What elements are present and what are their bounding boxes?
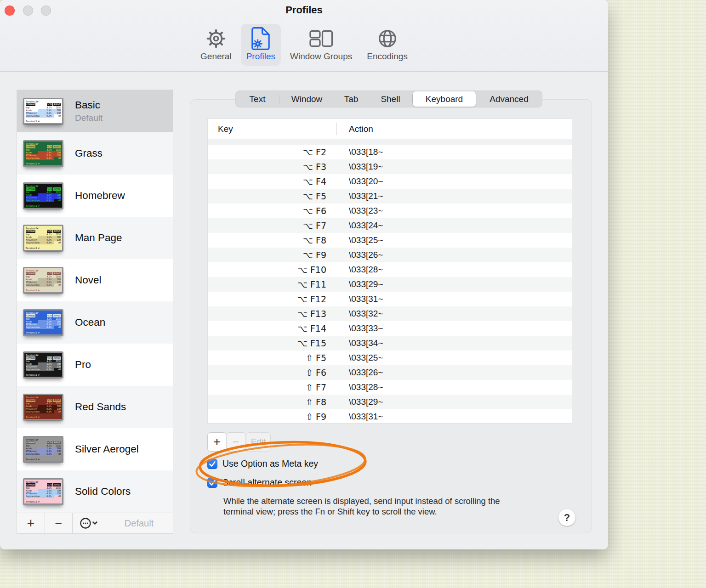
option-meta-checkbox-row: Use Option as Meta key — [207, 458, 318, 469]
table-row[interactable]: ⌥ F6\033[23~ — [208, 204, 572, 218]
key-column-header: Key — [208, 124, 336, 134]
key-cell: ⌥ F3 — [208, 162, 336, 172]
profile-thumbnail: Terminal1#COMMAND%CPURPRVTtop4.1%231KXco… — [23, 98, 63, 124]
sidebar-item-ocean[interactable]: Terminal1#COMMAND%CPURPRVTtop4.1%231KXco… — [17, 301, 173, 344]
toolbar-item-encodings[interactable]: Encodings — [361, 24, 413, 66]
table-row[interactable]: ⌥ F13\033[32~ — [208, 306, 572, 321]
action-cell: \033[26~ — [336, 250, 383, 260]
desktop-background: { "window": { "title": "Profiles" }, "to… — [0, 0, 706, 588]
toolbar-item-window-groups[interactable]: Window Groups — [285, 24, 358, 66]
action-cell: \033[32~ — [336, 309, 383, 319]
sidebar-item-red-sands[interactable]: Terminal1#COMMAND%CPURPRVTtop4.1%231KXco… — [17, 386, 173, 428]
partial-row — [208, 139, 572, 145]
tab-advanced[interactable]: Advanced — [476, 90, 542, 107]
table-row[interactable]: ⇧ F7\033[28~ — [208, 380, 572, 395]
action-cell: \033[26~ — [336, 368, 383, 378]
window-groups-icon — [309, 26, 334, 51]
profile-name: Solid Colors — [75, 486, 131, 498]
action-cell: \033[28~ — [336, 382, 383, 392]
table-row[interactable]: ⌥ F2\033[18~ — [208, 145, 572, 159]
table-row[interactable]: ⌥ F11\033[29~ — [208, 277, 572, 292]
chevron-down-icon — [93, 522, 97, 524]
key-table: Key Action ⌥ F2\033[18~⌥ F3\033[19~⌥ F4\… — [207, 119, 572, 424]
table-row[interactable]: ⌥ F5\033[21~ — [208, 189, 572, 204]
toolbar-label-general: General — [200, 51, 232, 62]
table-row[interactable]: ⌥ F8\033[25~ — [208, 233, 572, 248]
table-row[interactable]: ⌥ F7\033[24~ — [208, 218, 572, 233]
profile-thumbnail: Terminal1#COMMAND%CPURPRVTtop4.1%231KXco… — [23, 394, 63, 420]
remove-profile-button[interactable]: − — [45, 513, 73, 533]
table-row[interactable]: ⌥ F14\033[33~ — [208, 321, 572, 336]
preferences-window: Profiles General — [0, 0, 608, 549]
action-cell: \033[23~ — [336, 206, 383, 216]
table-row[interactable]: ⌥ F3\033[19~ — [208, 159, 572, 174]
key-cell: ⌥ F5 — [208, 191, 336, 201]
checkbox-check-icon — [209, 480, 216, 486]
toolbar-item-profiles[interactable]: Profiles — [241, 24, 281, 66]
option-meta-checkbox[interactable] — [207, 459, 217, 469]
action-cell: \033[19~ — [336, 162, 383, 172]
more-options-button[interactable] — [73, 513, 105, 533]
profile-thumbnail: Terminal1#COMMAND%CPURPRVTtop4.1%231KXco… — [23, 225, 63, 251]
ellipsis-circle-icon — [79, 517, 98, 530]
action-cell: \033[29~ — [336, 279, 383, 289]
tab-keyboard[interactable]: Keyboard — [413, 91, 476, 107]
key-cell: ⌥ F10 — [208, 265, 336, 275]
key-cell: ⇧ F5 — [208, 353, 336, 363]
profile-thumbnail: Terminal1#COMMAND%CPURPRVTtop4.1%231KXco… — [23, 267, 63, 294]
scroll-alternate-checkbox-row: Scroll alternate screen — [207, 477, 312, 488]
profile-name: Grass — [75, 147, 102, 159]
sidebar-item-basic[interactable]: Terminal1#COMMAND%CPURPRVTtop4.1%231KXco… — [17, 90, 173, 132]
key-cell: ⌥ F11 — [208, 279, 336, 289]
table-row[interactable]: ⇧ F9\033[31~ — [208, 409, 572, 424]
toolbar-items: General — [0, 24, 608, 66]
checkbox-check-icon — [209, 461, 216, 467]
key-cell: ⇧ F7 — [208, 382, 336, 392]
key-cell: ⇧ F6 — [208, 368, 336, 378]
tab-window[interactable]: Window — [279, 90, 334, 107]
table-row[interactable]: ⌥ F4\033[20~ — [208, 174, 572, 189]
profile-name: Silver Aerogel — [75, 443, 139, 455]
toolbar: Profiles General — [0, 0, 608, 72]
add-profile-button[interactable]: + — [17, 513, 45, 533]
profile-name: Red Sands — [75, 401, 126, 413]
scroll-alternate-checkbox[interactable] — [207, 478, 217, 488]
tab-shell[interactable]: Shell — [368, 90, 413, 107]
tab-tab[interactable]: Tab — [334, 90, 368, 107]
table-row[interactable]: ⇧ F8\033[29~ — [208, 395, 572, 409]
action-cell: \033[33~ — [336, 323, 383, 334]
sidebar-item-pro[interactable]: Terminal1#COMMAND%CPURPRVTtop4.1%231KXco… — [17, 344, 173, 386]
add-key-button[interactable]: + — [207, 432, 227, 452]
toolbar-label-profiles: Profiles — [246, 51, 275, 62]
toolbar-label-encodings: Encodings — [367, 51, 408, 62]
sidebar-item-grass[interactable]: Terminal1#COMMAND%CPURPRVTtop4.1%231KXco… — [17, 132, 173, 175]
sidebar-item-homebrew[interactable]: Terminal1#COMMAND%CPURPRVTtop4.1%231KXco… — [17, 175, 173, 217]
table-row[interactable]: ⇧ F6\033[26~ — [208, 365, 572, 380]
action-cell: \033[24~ — [336, 220, 383, 231]
profile-name: Homebrew — [75, 190, 125, 202]
toolbar-item-general[interactable]: General — [195, 24, 237, 66]
table-row[interactable]: ⌥ F12\033[31~ — [208, 292, 572, 306]
key-cell: ⌥ F15 — [208, 338, 336, 348]
help-button[interactable]: ? — [558, 509, 575, 526]
column-divider — [336, 123, 337, 135]
sidebar-item-novel[interactable]: Terminal1#COMMAND%CPURPRVTtop4.1%231KXco… — [17, 259, 173, 301]
action-cell: \033[34~ — [336, 338, 383, 348]
tab-bar: TextWindowTabShellKeyboardAdvanced — [235, 90, 542, 107]
table-row[interactable]: ⌥ F15\033[34~ — [208, 336, 572, 351]
sidebar-item-man-page[interactable]: Terminal1#COMMAND%CPURPRVTtop4.1%231KXco… — [17, 217, 173, 259]
action-cell: \033[21~ — [336, 191, 383, 201]
table-row[interactable]: ⌥ F9\033[26~ — [208, 248, 572, 262]
table-row[interactable]: ⌥ F10\033[28~ — [208, 262, 572, 277]
sidebar-item-solid-colors[interactable]: Terminal1#COMMAND%CPURPRVTtop4.1%231KXco… — [17, 470, 173, 513]
sidebar-item-silver-aerogel[interactable]: Terminal1#COMMAND%CPURPRVTtop4.1%231KXco… — [17, 428, 173, 470]
sidebar: Terminal1#COMMAND%CPURPRVTtop4.1%231KXco… — [17, 90, 173, 534]
table-row[interactable]: ⇧ F5\033[25~ — [208, 351, 572, 365]
action-cell: \033[25~ — [336, 353, 383, 363]
tab-text[interactable]: Text — [235, 90, 279, 107]
alternate-screen-description: While the alternate screen is displayed,… — [223, 496, 500, 517]
window-title: Profiles — [0, 4, 608, 16]
action-cell: \033[29~ — [336, 397, 383, 407]
profile-name: Man Page — [75, 232, 122, 244]
profile-thumbnail: Terminal1#COMMAND%CPURPRVTtop4.1%231KXco… — [23, 436, 63, 463]
